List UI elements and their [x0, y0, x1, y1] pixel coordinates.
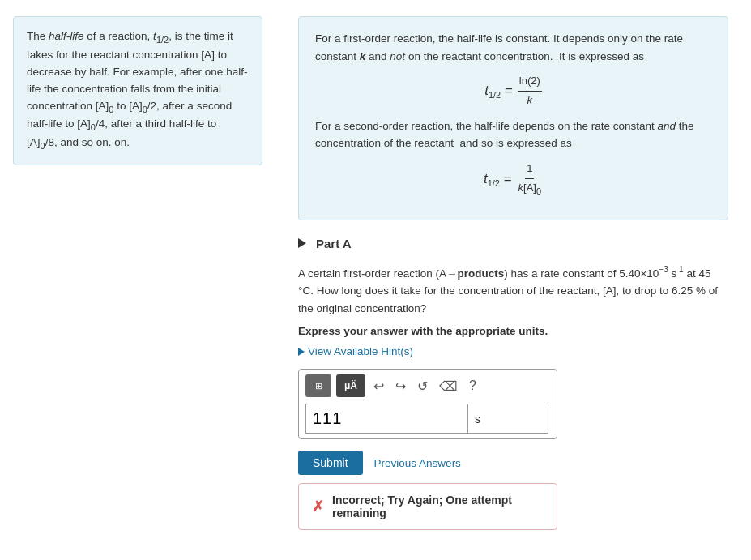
incorrect-text: Incorrect; Try Again; One attempt remain… — [332, 494, 544, 519]
redo-icon: ↪ — [395, 379, 406, 393]
answer-field[interactable] — [305, 404, 467, 434]
answer-row: s — [305, 404, 550, 434]
right-panel: For a first-order reaction, the half-lif… — [275, 0, 751, 560]
formula-box: For a first-order reaction, the half-lif… — [298, 16, 728, 220]
mu-label: μÄ — [344, 380, 357, 391]
info-box: The half-life of a reaction, t1/2, is th… — [13, 16, 262, 165]
part-a-label: Part A — [316, 237, 352, 250]
refresh-button[interactable]: ↺ — [414, 377, 431, 395]
left-panel: The half-life of a reaction, t1/2, is th… — [0, 0, 275, 560]
express-text: Express your answer with the appropriate… — [298, 325, 728, 337]
answer-input-container: ⊞ μÄ ↩ ↪ ↺ ⌫ ? — [298, 369, 557, 439]
submit-button[interactable]: Submit — [298, 451, 363, 475]
formula1: t1/2 = ln(2) k — [315, 73, 711, 109]
submit-row: Submit Previous Answers — [298, 451, 728, 475]
hint-arrow-icon — [298, 348, 305, 356]
undo-icon: ↩ — [373, 379, 384, 393]
hint-link[interactable]: View Available Hint(s) — [298, 345, 728, 357]
mu-button[interactable]: μÄ — [336, 374, 365, 397]
previous-answers-link[interactable]: Previous Answers — [374, 457, 461, 469]
undo-button[interactable]: ↩ — [370, 377, 387, 395]
formula1-label: t1/2 = — [484, 79, 513, 103]
formula2-den: k[A]0 — [517, 179, 544, 199]
x-icon: ✗ — [312, 498, 324, 515]
formula1-frac: ln(2) k — [518, 73, 542, 109]
collapse-icon[interactable] — [298, 238, 306, 248]
formula2-num: 1 — [525, 160, 534, 179]
formula2-frac: 1 k[A]0 — [517, 160, 544, 199]
refresh-icon: ↺ — [417, 379, 428, 393]
incorrect-box: ✗ Incorrect; Try Again; One attempt rema… — [298, 483, 557, 530]
hint-link-label: View Available Hint(s) — [308, 345, 413, 357]
formula2-label: t1/2 = — [484, 168, 512, 191]
info-text: The half-life of a reaction, t1/2, is th… — [27, 28, 249, 153]
formula-line2: For a second-order reaction, the half-li… — [315, 118, 711, 152]
keyboard-button[interactable]: ⌫ — [436, 377, 461, 395]
formula1-den: k — [526, 92, 535, 109]
help-icon: ? — [469, 378, 476, 392]
toolbar: ⊞ μÄ ↩ ↪ ↺ ⌫ ? — [305, 374, 550, 397]
grid-icon: ⊞ — [315, 381, 322, 391]
formula2: t1/2 = 1 k[A]0 — [315, 160, 711, 199]
unit-text: s — [475, 413, 480, 425]
question-text: A certain first-order reaction (A→produc… — [298, 263, 728, 317]
help-button[interactable]: ? — [466, 377, 480, 395]
unit-field: s — [467, 404, 548, 434]
formula-line1: For a first-order reaction, the half-lif… — [315, 30, 711, 65]
part-a-header: Part A — [298, 237, 728, 250]
grid-button[interactable]: ⊞ — [305, 374, 331, 397]
redo-button[interactable]: ↪ — [392, 377, 409, 395]
formula1-num: ln(2) — [518, 73, 542, 92]
keyboard-icon: ⌫ — [439, 379, 458, 393]
